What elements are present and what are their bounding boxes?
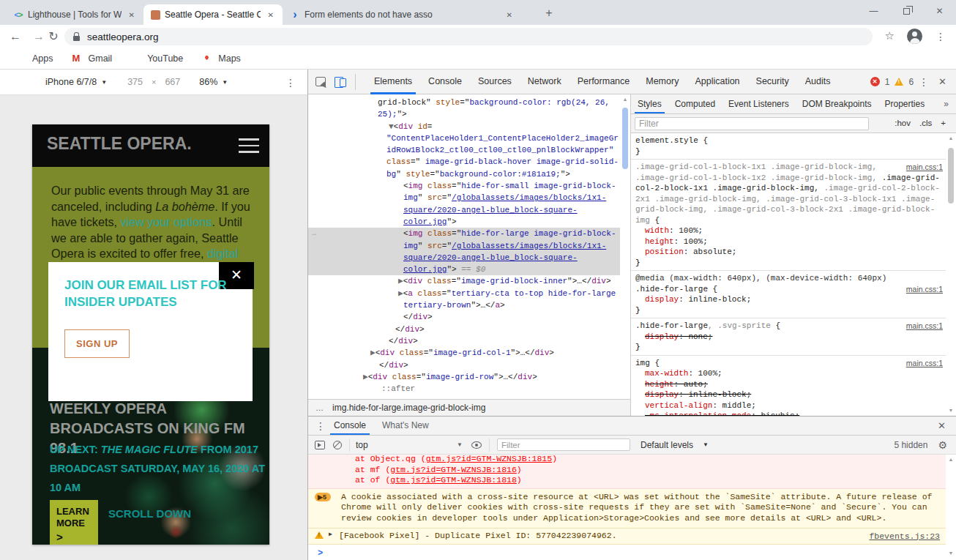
bookmark-gmail[interactable]: MGmail (72, 53, 113, 64)
hidden-messages-count[interactable]: 5 hidden (894, 440, 927, 450)
dom-tree-line[interactable]: square/2020-angel-blue_block-square- (308, 204, 620, 216)
css-property[interactable]: -ms-interpolation-mode: bicubic; (635, 411, 943, 416)
drawer-menu-button[interactable]: ⋮ (315, 420, 326, 432)
dom-tree-line[interactable]: ::after (308, 383, 620, 395)
stylesheet-link[interactable]: main.css:1 (906, 162, 943, 173)
elements-scrollbar[interactable]: ▲ (620, 94, 630, 399)
stack-frame-link[interactable]: gtm.js?id=GTM-WZNSJB:1818 (390, 475, 517, 485)
tab-network[interactable]: Network (520, 70, 570, 94)
dom-tree-line[interactable]: class=" image-grid-black-hover image-gri… (308, 156, 620, 168)
bookmark-youtube[interactable]: YouTube (131, 53, 183, 64)
new-tab-button[interactable]: + (542, 6, 556, 20)
console-prompt[interactable]: > (308, 545, 946, 559)
site-logo[interactable]: SEATTLE OPERA. (47, 134, 192, 154)
error-badge-icon[interactable]: ✕ (870, 77, 880, 86)
browser-tab[interactable]: <>Lighthouse | Tools for Web Deve✕ (6, 4, 143, 25)
tab-sources[interactable]: Sources (470, 70, 520, 94)
styles-scrollbar[interactable]: ▲ ▼ (946, 133, 956, 416)
url-text[interactable]: seattleopera.org (87, 31, 159, 42)
scroll-up-icon[interactable]: ▲ (946, 133, 956, 143)
console-sidebar-toggle-icon[interactable] (315, 441, 325, 449)
dom-tree-line[interactable]: </div> (308, 335, 620, 347)
scroll-up-icon[interactable]: ▲ (946, 455, 956, 465)
sidebar-tab-computed[interactable]: Computed (668, 94, 722, 113)
console-scrollbar[interactable]: ▲ ▼ (946, 455, 956, 560)
css-property[interactable]: display: inline-block; (635, 294, 943, 305)
device-toolbar-toggle-icon[interactable] (335, 77, 346, 87)
execution-context-select[interactable]: top ▼ (356, 440, 463, 450)
bookmark-star-icon[interactable]: ☆ (885, 29, 895, 42)
media-query[interactable]: @media (max-width: 640px), (max-device-w… (635, 273, 943, 284)
sidebar-tab-dom-breakpoints[interactable]: DOM Breakpoints (796, 94, 878, 113)
css-property[interactable]: display: none; (635, 332, 943, 343)
device-toolbar-menu-button[interactable]: ⋮ (285, 77, 296, 89)
dom-tree-line[interactable]: "ContentPlaceHolder1_ContentPlaceHolder2… (308, 132, 620, 144)
styles-filter-input[interactable] (635, 117, 869, 130)
zoom-select[interactable]: 86% (199, 77, 217, 87)
repeat-count-badge[interactable]: ▶5 (315, 493, 331, 501)
scroll-down-icon[interactable]: ▼ (946, 406, 956, 416)
dom-tree-line[interactable]: ▶<div class="image-grid-block-inner">…</… (308, 275, 620, 287)
dom-tree-line[interactable]: </div> (308, 324, 620, 335)
log-levels-select[interactable]: Default levels ▼ (641, 440, 709, 450)
tab-whats-new[interactable]: What's New (374, 417, 437, 435)
tab-close-icon[interactable]: ✕ (126, 10, 138, 20)
tab-console[interactable]: Console (420, 70, 470, 94)
css-property[interactable]: position: absolute; (635, 247, 943, 258)
tab-audits[interactable]: Audits (797, 70, 839, 94)
browser-tab[interactable]: Seattle Opera - Seattle Opera Ho✕ (143, 4, 283, 25)
dom-tree-line[interactable]: ▼<div id= (308, 121, 620, 132)
viewport-height-input[interactable]: 667 (165, 77, 180, 87)
avatar[interactable] (907, 29, 922, 44)
breadcrumb-ellipsis[interactable]: … (315, 403, 324, 412)
dom-tree-line[interactable]: tertiary-brown">…</a> (308, 299, 620, 311)
live-expression-eye-icon[interactable] (471, 441, 482, 449)
tab-console[interactable]: Console (326, 417, 374, 435)
dom-tree-line[interactable]: grid-block" style="background-color: rgb… (308, 97, 620, 108)
dom-tree-line[interactable]: ▶<div class="image-grid-row">…</div> (308, 371, 620, 383)
dom-tree-line[interactable]: </div> (308, 359, 620, 371)
sidebar-tabs-overflow-icon[interactable]: » (944, 99, 956, 109)
dom-tree-line[interactable]: square/2020-angel-blue_block-square- (308, 252, 620, 264)
learn-more-button[interactable]: LEARN MORE > (50, 500, 98, 545)
restore-button[interactable] (890, 0, 923, 22)
tab-close-icon[interactable]: ✕ (504, 10, 515, 20)
dom-tree-line[interactable]: img" src="/globalassets/images/blocks/1x… (308, 192, 620, 204)
stack-frame-link[interactable]: gtm.js?id=GTM-WZNSJB:1815 (426, 455, 553, 463)
browser-menu-button[interactable]: ⋮ (936, 31, 946, 42)
error-count[interactable]: 1 (885, 77, 890, 87)
back-button[interactable]: ← (7, 29, 23, 45)
scrollbar-thumb[interactable] (948, 148, 954, 204)
address-bar[interactable]: seattleopera.org (64, 28, 873, 45)
notice-link[interactable]: digital (207, 247, 238, 260)
sidebar-tab-properties[interactable]: Properties (878, 94, 931, 113)
tab-memory[interactable]: Memory (638, 70, 687, 94)
warning-badge-icon[interactable] (895, 78, 903, 86)
dom-tree-line[interactable]: ▶<div class="image-grid-col-1">…</div> (308, 347, 620, 359)
dom-tree-line[interactable]: bg" style="background-color:#181a19;"> (308, 168, 620, 180)
toggle-hover-state-button[interactable]: :hov (895, 119, 911, 127)
close-window-button[interactable]: ✕ (923, 0, 956, 22)
dom-tree-line[interactable]: img" src="/globalassets/images/blocks/1x… (308, 240, 620, 252)
bookmark-apps[interactable]: Apps (16, 53, 53, 64)
tab-security[interactable]: Security (748, 70, 797, 94)
source-link[interactable]: fbevents.js:23 (869, 531, 940, 541)
tab-close-icon[interactable]: ✕ (265, 10, 277, 20)
dom-tree-line[interactable]: ▶<a class="tertiary-cta to-top hide-for-… (308, 288, 620, 299)
forward-button[interactable]: → (31, 29, 47, 45)
sidebar-tab-event-listeners[interactable]: Event Listeners (722, 94, 796, 113)
minimize-button[interactable]: — (857, 0, 890, 22)
device-select[interactable]: iPhone 6/7/8 (45, 77, 97, 87)
drawer-close-button[interactable]: ✕ (938, 420, 956, 431)
inspect-element-icon[interactable] (315, 77, 326, 86)
hamburger-menu-icon[interactable] (239, 138, 259, 157)
notice-link[interactable]: view your options (120, 215, 212, 228)
viewport-width-input[interactable]: 375 (127, 77, 143, 87)
sidebar-tab-styles[interactable]: Styles (631, 94, 668, 113)
toggle-class-button[interactable]: .cls (919, 119, 932, 127)
dom-tree-line[interactable]: 25);"> (308, 108, 620, 120)
console-settings-gear-icon[interactable]: ⚙ (938, 439, 947, 451)
dom-tree-line[interactable]: color.jpg"> == $0 (308, 264, 620, 275)
devtools-close-button[interactable]: ✕ (938, 76, 946, 87)
css-property[interactable]: width: 100%; (635, 225, 943, 236)
